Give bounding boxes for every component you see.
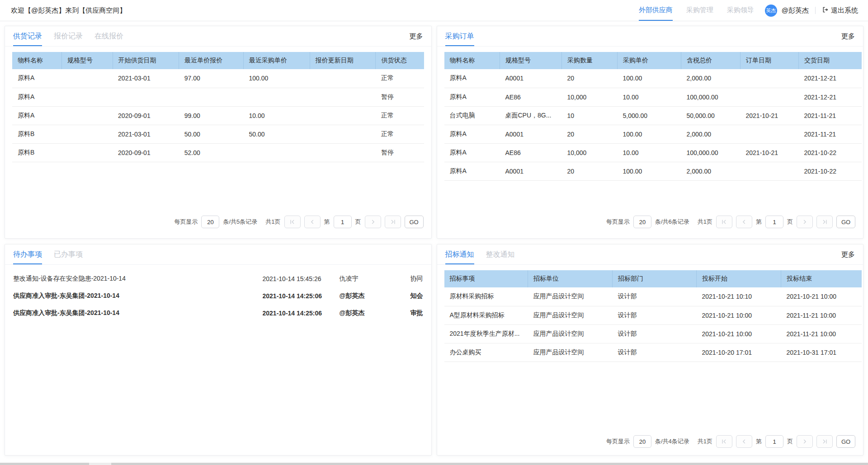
avatar[interactable]: 英杰 [765, 5, 777, 17]
list-item[interactable]: 供应商准入审批-东吴集团-2021-10-14 2021-10-14 14:25… [13, 287, 423, 305]
next-page-button[interactable] [797, 435, 813, 448]
first-page-button[interactable] [716, 216, 732, 228]
last-page-button[interactable] [816, 216, 833, 228]
top-bar: 欢迎【@彭英杰】来到【供应商空间】 外部供应商 采购管理 采购领导 英杰 @彭英… [0, 0, 868, 21]
next-page-button[interactable] [365, 216, 381, 228]
prev-page-button[interactable] [736, 435, 752, 448]
tab-supply-records[interactable]: 供货记录 [13, 26, 42, 46]
table-row[interactable]: 原料AAE8610,00010.00100,000.002021-10-2120… [444, 143, 862, 162]
nav-item-procurement-leader[interactable]: 采购领导 [727, 0, 754, 21]
orders-pagination: 每页显示 条/共6条记录 共1页 第 页 GO [437, 216, 863, 228]
tab-online-quote[interactable]: 在线报价 [94, 26, 123, 46]
cell: 2020-09-01 [113, 143, 179, 162]
cell: 50,000.00 [681, 106, 741, 125]
page-input[interactable] [765, 216, 783, 228]
cell: 正常 [376, 125, 424, 143]
table-row[interactable]: 原料B2021-03-0150.0050.00正常 [12, 125, 424, 143]
total-pages-label: 共1页 [698, 437, 712, 446]
table-row[interactable]: A型原材料采购招标应用产品设计空间设计部2021-10-21 10:002021… [444, 306, 862, 324]
per-page-input[interactable] [201, 216, 219, 228]
list-item[interactable]: 整改通知-设备存在安全隐患-2021-10-14 2021-10-14 15:4… [13, 270, 423, 287]
first-page-button[interactable] [284, 216, 301, 228]
per-page-input[interactable] [633, 435, 651, 448]
next-page-button[interactable] [797, 216, 813, 228]
todo-time: 2021-10-14 14:25:06 [263, 310, 340, 317]
first-page-icon [721, 438, 727, 445]
last-page-button[interactable] [385, 216, 401, 228]
tab-rectification-notices[interactable]: 整改通知 [486, 244, 515, 264]
page-suffix-label: 页 [355, 218, 361, 226]
cell: 原材料采购招标 [444, 287, 528, 306]
cell: 原料B [12, 125, 62, 143]
page-input[interactable] [334, 216, 352, 228]
table-row[interactable]: 台式电脑桌面CPU，8G...105,000.0050,000.002021-1… [444, 106, 862, 125]
todo-title: 整改通知-设备存在安全隐患-2021-10-14 [13, 275, 263, 283]
column-header: 招标部门 [613, 270, 697, 287]
list-item[interactable]: 供应商准入审批-东吴集团-2021-10-14 2021-10-14 14:25… [13, 305, 423, 322]
supply-panel-header: 供货记录 报价记录 在线报价 更多 [5, 26, 431, 47]
cell: 2021-11-21 [799, 125, 862, 143]
horizontal-scrollbar[interactable] [0, 463, 868, 465]
table-row[interactable]: 原料AA000120100.002,000.002021-12-21 [444, 69, 862, 88]
cell [179, 88, 244, 106]
first-page-button[interactable] [716, 435, 732, 448]
cell: 2,000.00 [681, 162, 741, 180]
bids-table-wrap: 招标事项 招标单位 招标部门 投标开始 投标结束 原材料采购招标应用产品设计空间… [437, 265, 863, 362]
table-row[interactable]: 原料A2020-09-0199.0010.00正常 [12, 106, 424, 125]
table-row[interactable]: 2021年度秋季生产原材...应用产品设计空间设计部2021-10-21 10:… [444, 324, 862, 343]
cell: 应用产品设计空间 [528, 287, 613, 306]
table-row[interactable]: 原料AAE8610,00010.00100,000.002021-12-21 [444, 88, 862, 106]
supply-more-link[interactable]: 更多 [410, 32, 423, 41]
cell [741, 69, 799, 88]
table-row[interactable]: 原材料采购招标应用产品设计空间设计部2021-10-21 10:102021-1… [444, 287, 862, 306]
logout-button[interactable]: 退出系统 [822, 6, 858, 15]
tab-quote-records[interactable]: 报价记录 [54, 26, 83, 46]
chevron-left-icon [741, 438, 747, 445]
tab-done-items[interactable]: 已办事项 [54, 244, 83, 264]
orders-more-link[interactable]: 更多 [841, 32, 855, 41]
column-header: 物料名称 [12, 52, 62, 69]
purchase-orders-table: 物料名称 规格型号 采购数量 采购单价 含税总价 订单日期 交货日期 原料AA0… [444, 52, 862, 181]
bids-more-link[interactable]: 更多 [841, 250, 855, 259]
cell: AE86 [500, 143, 562, 162]
per-page-input[interactable] [633, 216, 651, 228]
cell: 2021-10-21 10:00 [781, 287, 862, 306]
cell: 100.00 [618, 162, 681, 180]
tab-purchase-orders[interactable]: 采购订单 [445, 26, 474, 46]
tab-todo-items[interactable]: 待办事项 [13, 244, 42, 264]
column-header: 招标单位 [528, 270, 613, 287]
table-row[interactable]: 原料A暂停 [12, 88, 424, 106]
cell: 2021-10-21 10:10 [697, 287, 781, 306]
cell: 正常 [376, 106, 424, 125]
cell: 10.00 [244, 106, 310, 125]
cell: 2,000.00 [681, 69, 741, 88]
column-header: 含税总价 [681, 52, 741, 69]
column-header: 采购数量 [562, 52, 618, 69]
tab-bid-notices[interactable]: 招标通知 [445, 244, 474, 264]
chevron-left-icon [741, 219, 747, 225]
last-page-button[interactable] [816, 435, 833, 448]
todo-time: 2021-10-14 15:45:26 [263, 275, 340, 282]
cell [741, 125, 799, 143]
cell [113, 88, 179, 106]
cell: 20 [562, 69, 618, 88]
per-page-label: 每页显示 [606, 218, 630, 226]
go-button[interactable]: GO [405, 216, 424, 228]
prev-page-button[interactable] [304, 216, 321, 228]
nav-item-external-supplier[interactable]: 外部供应商 [639, 0, 673, 21]
page-input[interactable] [765, 435, 783, 448]
table-row[interactable]: 原料AA000120100.002,000.002021-10-22 [444, 162, 862, 180]
go-button[interactable]: GO [836, 216, 855, 228]
table-row[interactable]: 原料A2021-03-0197.00100.00正常 [12, 69, 424, 88]
supply-header-row: 物料名称 规格型号 开始供货日期 最近单价报价 最近采购单价 报价更新日期 供货… [12, 52, 424, 69]
table-row[interactable]: 原料AA000120100.002,000.002021-11-21 [444, 125, 862, 143]
cell [62, 106, 113, 125]
nav-item-procurement-management[interactable]: 采购管理 [686, 0, 713, 21]
prev-page-button[interactable] [736, 216, 752, 228]
table-row[interactable]: 办公桌购买应用产品设计空间设计部2021-10-20 17:012021-10-… [444, 343, 862, 362]
todo-action-tag: 知会 [396, 292, 423, 300]
go-button[interactable]: GO [836, 435, 855, 448]
first-page-icon [721, 219, 727, 225]
table-row[interactable]: 原料B2020-09-0152.00暂停 [12, 143, 424, 162]
cell: 99.00 [179, 106, 244, 125]
